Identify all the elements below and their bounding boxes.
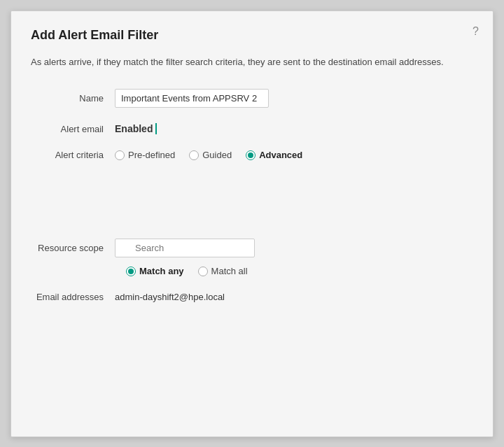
advanced-criteria-area: [31, 176, 473, 239]
radio-match-any-circle: [126, 267, 136, 276]
description-text: As alerts arrive, if they match the filt…: [31, 55, 473, 70]
radio-match-any-label: Match any: [139, 266, 184, 276]
email-addresses-label: Email addresses: [31, 292, 115, 302]
radio-match-all-circle: [198, 267, 208, 276]
resource-scope-row: Resource scope 🔍: [31, 239, 473, 257]
radio-advanced-circle: [246, 150, 255, 160]
name-content: [115, 89, 473, 108]
match-all[interactable]: Match all: [198, 266, 248, 276]
match-row: Match any Match all: [31, 266, 473, 276]
email-addresses-input[interactable]: [115, 292, 283, 302]
alert-email-content: Enabled: [115, 123, 473, 134]
criteria-guided[interactable]: Guided: [189, 150, 232, 160]
radio-match-all-label: Match all: [211, 266, 248, 276]
criteria-advanced[interactable]: Advanced: [246, 150, 302, 160]
alert-email-label: Alert email: [31, 124, 115, 134]
alert-criteria-row: Alert criteria Pre-defined Guided Advanc…: [31, 150, 473, 160]
radio-predefined-label: Pre-defined: [128, 150, 175, 160]
radio-advanced-label: Advanced: [259, 150, 302, 160]
name-input[interactable]: [115, 89, 269, 108]
enabled-text: Enabled: [115, 123, 153, 134]
email-addresses-row: Email addresses: [31, 292, 473, 302]
text-cursor: [155, 123, 157, 134]
resource-scope-content: 🔍: [115, 239, 473, 257]
add-alert-email-filter-dialog: ? Add Alert Email Filter As alerts arriv…: [10, 10, 493, 437]
resource-scope-search[interactable]: [115, 239, 255, 257]
alert-criteria-content: Pre-defined Guided Advanced: [115, 150, 473, 160]
name-label: Name: [31, 93, 115, 104]
alert-email-row: Alert email Enabled: [31, 123, 473, 134]
name-row: Name: [31, 89, 473, 108]
criteria-radio-group: Pre-defined Guided Advanced: [115, 150, 302, 160]
criteria-predefined[interactable]: Pre-defined: [115, 150, 175, 160]
match-radio-group: Match any Match all: [126, 266, 248, 276]
match-any[interactable]: Match any: [126, 266, 184, 276]
radio-guided-label: Guided: [202, 150, 232, 160]
resource-scope-label: Resource scope: [31, 243, 115, 253]
help-icon[interactable]: ?: [472, 25, 479, 38]
search-wrapper: 🔍: [115, 239, 255, 257]
radio-guided-circle: [189, 150, 199, 160]
radio-predefined-circle: [115, 150, 125, 160]
dialog-title: Add Alert Email Filter: [31, 28, 473, 43]
alert-criteria-label: Alert criteria: [31, 150, 115, 160]
email-addresses-content: [115, 292, 473, 302]
